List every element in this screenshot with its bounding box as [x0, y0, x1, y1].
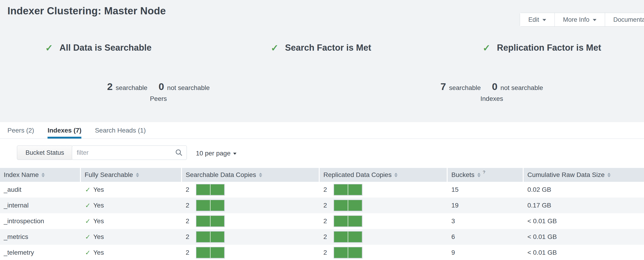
- raw-size-cell: < 0.01 GB: [524, 213, 644, 229]
- column-header-buckets[interactable]: Buckets ?: [448, 168, 523, 182]
- check-icon: ✓: [85, 249, 90, 257]
- column-label: Fully Searchable: [84, 171, 133, 179]
- bucket-bar: [196, 231, 225, 243]
- check-icon: ✓: [85, 202, 90, 209]
- fully-searchable-value: Yes: [93, 233, 104, 241]
- raw-size-cell: < 0.01 GB: [524, 229, 644, 245]
- index-name-cell: _introspection: [0, 213, 81, 229]
- page-title: Indexer Clustering: Master Node: [8, 5, 166, 17]
- bucket-bar: [196, 184, 225, 195]
- table-row: _introspection ✓ Yes 2 2 3 < 0.01 GB: [0, 213, 644, 229]
- tab-bar: Peers (2) Indexes (7) Search Heads (1): [0, 122, 644, 139]
- table-controls: Bucket Status 10 per page: [0, 139, 644, 168]
- caret-down-icon: [233, 153, 236, 155]
- replicated-copies-cell: 2: [320, 198, 448, 213]
- tab-indexes[interactable]: Indexes (7): [48, 122, 81, 138]
- status-card-search-factor: ✓ Search Factor is Met: [271, 43, 371, 53]
- replicated-copies-cell: 2: [320, 229, 448, 245]
- more-info-button-label: More Info: [563, 16, 590, 23]
- copy-count: 2: [186, 233, 190, 241]
- check-icon: ✓: [483, 43, 490, 52]
- column-label: Buckets: [451, 171, 474, 179]
- column-header-index-name[interactable]: Index Name: [0, 168, 80, 182]
- copy-count: 2: [324, 233, 327, 241]
- searchable-copies-cell: 2: [182, 213, 320, 229]
- column-header-searchable-data-copies[interactable]: Searchable Data Copies: [182, 168, 319, 182]
- bucket-bar: [334, 215, 362, 227]
- replicated-copies-cell: 2: [320, 213, 448, 229]
- raw-size-cell: 0.02 GB: [524, 182, 644, 198]
- documentation-button[interactable]: Documentation: [605, 13, 644, 26]
- filter-field-wrap: [72, 145, 187, 160]
- fully-searchable-cell: ✓ Yes: [81, 245, 182, 260]
- table-header: Index Name Fully Searchable Searchable D…: [0, 168, 644, 182]
- column-header-cumulative-raw-data-size[interactable]: Cumulative Raw Data Size: [524, 168, 644, 182]
- status-card-searchable: ✓ All Data is Searchable: [45, 43, 152, 53]
- edit-button[interactable]: Edit: [520, 13, 555, 26]
- column-header-replicated-data-copies[interactable]: Replicated Data Copies: [320, 168, 447, 182]
- sort-arrows-icon: [477, 173, 480, 177]
- filter-input[interactable]: [72, 145, 187, 160]
- index-name-cell: _audit: [0, 182, 81, 198]
- stat-value: 2: [107, 81, 113, 92]
- sort-arrows-icon: [42, 173, 45, 177]
- copy-count: 2: [324, 217, 327, 225]
- copy-count: 2: [186, 186, 190, 193]
- buckets-cell: 3: [448, 213, 524, 229]
- stat-value: 0: [158, 81, 164, 92]
- copy-count: 2: [324, 249, 327, 256]
- caret-down-icon: [542, 19, 546, 21]
- check-icon: ✓: [85, 217, 90, 225]
- tab-peers[interactable]: Peers (2): [8, 122, 34, 138]
- documentation-button-label: Documentation: [614, 16, 644, 23]
- fully-searchable-cell: ✓ Yes: [81, 182, 182, 198]
- table-row: _audit ✓ Yes 2 2 15 0.02 GB: [0, 182, 644, 198]
- status-card-title: All Data is Searchable: [60, 43, 152, 53]
- tab-search-heads[interactable]: Search Heads (1): [95, 122, 146, 138]
- search-icon: [175, 148, 183, 157]
- buckets-cell: 6: [448, 229, 524, 245]
- check-icon: ✓: [45, 43, 53, 52]
- table-row: _internal ✓ Yes 2 2 19 0.17 GB: [0, 198, 644, 213]
- bucket-bar: [334, 247, 362, 259]
- status-card-replication-factor: ✓ Replication Factor is Met: [483, 43, 601, 53]
- buckets-cell: 9: [448, 245, 524, 260]
- status-card-title: Replication Factor is Met: [497, 43, 601, 53]
- replicated-copies-cell: 2: [320, 245, 448, 260]
- more-info-button[interactable]: More Info: [555, 13, 605, 26]
- index-name-cell: _metrics: [0, 229, 81, 245]
- indexes-stats: 7 searchable 0 not searchable Indexes: [440, 81, 543, 103]
- cluster-detail-section: Peers (2) Indexes (7) Search Heads (1) B…: [0, 122, 644, 260]
- table-row: _telemetry ✓ Yes 2 2 9 < 0.01 GB: [0, 245, 644, 260]
- raw-size-cell: < 0.01 GB: [524, 245, 644, 260]
- replicated-copies-cell: 2: [320, 182, 448, 198]
- raw-size-cell: 0.17 GB: [524, 198, 644, 213]
- fully-searchable-value: Yes: [93, 249, 104, 256]
- copy-count: 2: [324, 202, 327, 209]
- searchable-copies-cell: 2: [182, 245, 320, 260]
- help-icon[interactable]: ?: [483, 170, 486, 175]
- fully-searchable-cell: ✓ Yes: [81, 229, 182, 245]
- bucket-bar: [196, 247, 225, 259]
- stat-label: searchable: [116, 84, 148, 92]
- bucket-bar: [196, 215, 225, 227]
- stat-label: searchable: [449, 84, 481, 92]
- fully-searchable-cell: ✓ Yes: [81, 213, 182, 229]
- column-label: Replicated Data Copies: [324, 171, 392, 179]
- stat-value: 0: [492, 81, 498, 92]
- page-size-dropdown[interactable]: 10 per page: [196, 139, 236, 168]
- page-size-label: 10 per page: [196, 150, 230, 157]
- sort-arrows-icon: [259, 173, 262, 177]
- stat-group-label: Indexes: [480, 95, 503, 103]
- copy-count: 2: [186, 202, 190, 209]
- index-name-cell: _internal: [0, 198, 81, 213]
- copy-count: 2: [324, 186, 327, 193]
- column-label: Index Name: [4, 171, 39, 179]
- fully-searchable-cell: ✓ Yes: [81, 198, 182, 213]
- bucket-status-button[interactable]: Bucket Status: [17, 145, 73, 160]
- stats-row: 2 searchable 0 not searchable: [107, 81, 210, 92]
- index-name-cell: _telemetry: [0, 245, 81, 260]
- check-icon: ✓: [85, 186, 90, 194]
- table-row: _metrics ✓ Yes 2 2 6 < 0.01 GB: [0, 229, 644, 245]
- column-header-fully-searchable[interactable]: Fully Searchable: [81, 168, 181, 182]
